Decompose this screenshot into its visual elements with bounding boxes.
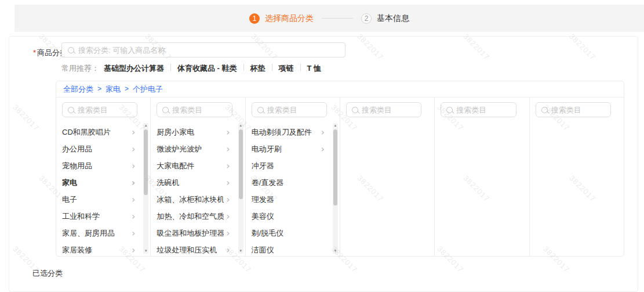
recommend-link[interactable]: 杯垫 [250,64,265,73]
recommend-link[interactable]: 基础型办公计算器 [104,64,164,73]
scrollbar-up-icon[interactable]: ▲ [238,123,243,128]
column-search-input[interactable] [551,106,605,114]
breadcrumb-link[interactable]: 家电 [105,81,121,97]
column-search-input[interactable] [267,106,321,114]
column-search-box [346,102,421,117]
category-item[interactable]: 剃/脱毛仪 [252,225,334,241]
breadcrumb-separator: > [125,81,129,97]
divider [243,64,244,71]
category-item[interactable]: 电子› [62,191,144,208]
stepper-step-1[interactable]: 1 选择商品分类 [249,13,314,24]
category-item[interactable]: 工业和科学› [62,208,144,225]
category-item-label: 电动剃须刀及配件 [252,127,312,138]
category-list: 厨房小家电›微波炉光波炉›大家电配件›洗碗机›冰箱、冰柜和冰块机›加热、冷却和空… [157,124,239,256]
chevron-right-icon: › [132,229,135,238]
scrollbar-thumb[interactable] [333,129,337,206]
category-item[interactable]: 大家电配件› [157,157,239,174]
step-1-label: 选择商品分类 [265,13,314,24]
category-item[interactable]: 办公用品› [62,140,144,157]
stepper: 1 选择商品分类 2 基本信息 [249,13,409,24]
category-item[interactable]: 吸尘器和地板护理器具› [157,225,239,241]
category-list: CD和黑胶唱片›办公用品›宠物用品›家电›电子›工业和科学›家居、厨房用品›家居… [62,124,144,256]
category-item-label: 冲牙器 [252,161,274,171]
scrollbar-up-icon[interactable]: ▲ [333,123,338,128]
breadcrumb-separator: > [97,81,101,97]
category-item[interactable]: 微波炉光波炉› [157,140,239,157]
chevron-right-icon: › [321,128,325,137]
category-item[interactable]: 厨房小家电› [157,124,239,140]
chevron-right-icon: › [321,145,325,154]
category-item[interactable]: 洗碗机› [157,174,239,191]
chevron-right-icon: › [226,229,230,238]
category-column [435,98,529,256]
category-item[interactable]: 家居、厨房用品› [62,225,144,241]
column-search-box [441,102,516,117]
search-icon [541,107,548,113]
column-search-input[interactable] [456,106,510,114]
category-item-label: 家居、厨房用品 [62,228,115,239]
category-item[interactable]: 卷/直发器 [252,174,334,191]
column-search-input[interactable] [362,106,416,114]
scrollbar-thumb[interactable] [144,129,148,195]
category-item-label: 厨房小家电 [157,127,194,138]
breadcrumb-link[interactable]: 个护电子 [133,81,163,97]
column-search-box [252,102,327,117]
category-item[interactable]: 家居装修› [62,241,144,256]
category-form-label: *商品分类 [17,48,67,58]
scrollbar-down-icon[interactable]: ▼ [333,248,338,253]
recommend-link[interactable]: T 恤 [307,64,322,73]
column-search-input[interactable] [172,106,226,114]
scrollbar[interactable]: ▲▼ [333,123,338,254]
divider [300,64,301,71]
category-item-label: 工业和科学 [62,211,100,222]
column-search-box [157,102,232,117]
category-item-label: 家电 [62,178,77,188]
breadcrumb: 全部分类>家电>个护电子 [56,81,624,98]
category-item[interactable]: 洁面仪 [252,241,334,256]
category-item[interactable]: 冲牙器 [252,157,334,174]
scrollbar[interactable]: ▲▼ [143,123,148,254]
category-item[interactable]: 冰箱、冰柜和冰块机› [157,191,239,208]
divider [170,64,171,71]
search-icon [352,107,358,113]
scrollbar-thumb[interactable] [239,129,243,199]
chevron-right-icon: › [226,246,230,255]
search-icon [162,107,169,113]
category-item-label: 理发器 [252,194,274,205]
scrollbar-down-icon[interactable]: ▼ [238,248,243,253]
stepper-step-2[interactable]: 2 基本信息 [361,13,409,24]
category-item[interactable]: 加热、冷却和空气质...› [157,208,239,225]
category-item[interactable]: 美容仪 [252,208,334,225]
category-item-label: 洗碗机 [157,178,179,188]
recommend-link[interactable]: 项链 [279,64,294,73]
category-item-label: 宠物用品 [62,161,92,171]
scrollbar[interactable]: ▲▼ [238,123,243,254]
category-item[interactable]: 电动牙刷› [252,140,334,157]
chevron-right-icon: › [226,195,230,204]
chevron-right-icon: › [132,195,135,204]
category-item[interactable]: 理发器 [252,191,334,208]
category-item[interactable]: 电动剃须刀及配件› [252,124,334,140]
category-column: 电动剃须刀及配件›电动牙刷›冲牙器卷/直发器理发器美容仪剃/脱毛仪洁面仪按摩器按… [246,98,340,256]
recommend-label: 常用推荐： [61,63,99,74]
scrollbar-up-icon[interactable]: ▲ [143,123,148,128]
category-item-label: 大家电配件 [157,161,194,171]
chevron-right-icon: › [226,161,230,171]
category-item-label: 电动牙刷 [252,144,282,154]
recommend-link[interactable]: 体育收藏品 - 鞋类 [177,64,237,73]
category-item-label: 垃圾处理和压实机 [157,245,217,255]
recommend-row: 常用推荐： 基础型办公计算器体育收藏品 - 鞋类杯垫项链T 恤 [61,63,321,74]
chevron-right-icon: › [132,178,136,188]
category-item[interactable]: 家电› [62,174,144,191]
category-item[interactable]: CD和黑胶唱片› [62,124,144,140]
step-1-badge: 1 [249,13,260,24]
column-search-input[interactable] [78,106,132,114]
category-item-label: 办公用品 [62,144,92,154]
scrollbar-down-icon[interactable]: ▼ [143,248,148,253]
step-2-badge: 2 [361,13,372,24]
category-item[interactable]: 垃圾处理和压实机› [157,241,239,256]
category-search-input[interactable] [78,46,339,55]
category-item[interactable]: 宠物用品› [62,157,144,174]
stepper-connector [322,18,353,19]
breadcrumb-link[interactable]: 全部分类 [63,81,93,97]
